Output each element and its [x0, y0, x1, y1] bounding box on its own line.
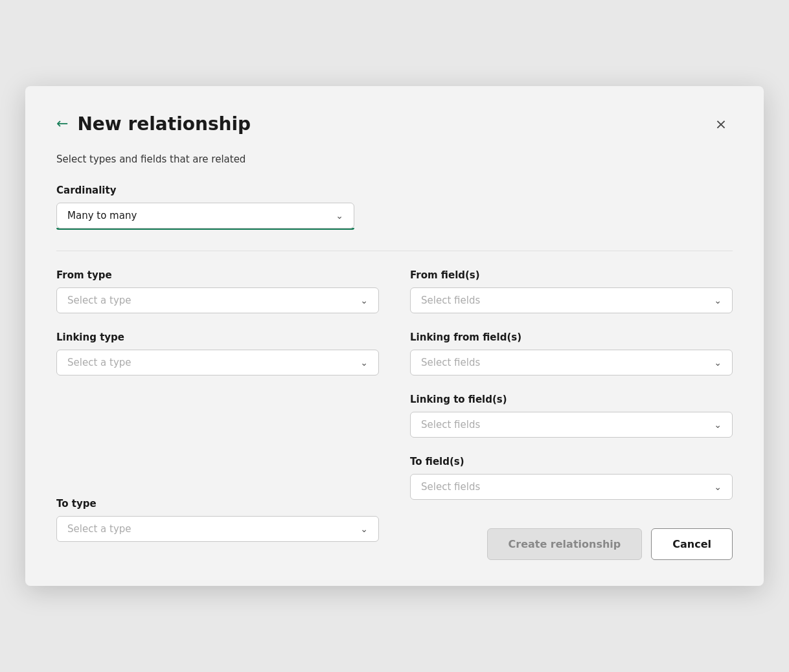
cardinality-value: Many to many	[67, 210, 137, 221]
linking-to-fields-group: Linking to field(s) Select fields ⌄	[410, 394, 733, 438]
linking-to-fields-placeholder: Select fields	[421, 419, 480, 431]
cancel-button[interactable]: Cancel	[651, 528, 733, 560]
cardinality-dropdown-wrap: Many to many ⌄	[56, 203, 354, 230]
to-type-dropdown[interactable]: Select a type ⌄	[56, 516, 379, 542]
to-fields-label: To field(s)	[410, 456, 733, 467]
linking-type-chevron-icon: ⌄	[360, 357, 368, 368]
back-button[interactable]: ←	[56, 117, 68, 131]
linking-from-fields-placeholder: Select fields	[421, 357, 480, 368]
close-button[interactable]: ×	[709, 112, 733, 135]
from-type-label: From type	[56, 269, 379, 281]
to-type-label: To type	[56, 498, 379, 510]
linking-from-fields-label: Linking from field(s)	[410, 331, 733, 343]
from-fields-group: From field(s) Select fields ⌄	[410, 269, 733, 313]
linking-to-fields-chevron-icon: ⌄	[714, 420, 722, 430]
title-group: ← New relationship	[56, 113, 251, 135]
cardinality-section: Cardinality Many to many ⌄	[56, 185, 733, 230]
linking-from-fields-group: Linking from field(s) Select fields ⌄	[410, 331, 733, 375]
linking-type-label: Linking type	[56, 331, 379, 343]
linking-to-fields-dropdown[interactable]: Select fields ⌄	[410, 412, 733, 438]
from-fields-chevron-icon: ⌄	[714, 295, 722, 306]
modal-container: ← New relationship × Select types and fi…	[25, 86, 764, 586]
modal-title: New relationship	[77, 113, 251, 135]
to-type-group: To type Select a type ⌄	[56, 498, 379, 542]
from-fields-placeholder: Select fields	[421, 295, 480, 306]
to-fields-placeholder: Select fields	[421, 481, 480, 493]
cardinality-dropdown[interactable]: Many to many ⌄	[56, 203, 354, 229]
to-type-chevron-icon: ⌄	[360, 524, 368, 534]
from-fields-dropdown[interactable]: Select fields ⌄	[410, 287, 733, 313]
cardinality-label: Cardinality	[56, 185, 733, 196]
linking-from-fields-dropdown[interactable]: Select fields ⌄	[410, 350, 733, 375]
create-relationship-button[interactable]: Create relationship	[487, 528, 643, 560]
modal-header: ← New relationship ×	[56, 112, 733, 135]
from-type-group: From type Select a type ⌄	[56, 269, 379, 313]
to-fields-dropdown[interactable]: Select fields ⌄	[410, 474, 733, 500]
from-type-chevron-icon: ⌄	[360, 295, 368, 306]
footer-actions: Create relationship Cancel	[410, 528, 733, 560]
to-fields-chevron-icon: ⌄	[714, 482, 722, 492]
linking-to-fields-label: Linking to field(s)	[410, 394, 733, 405]
fields-grid: From type Select a type ⌄ Linking type S…	[56, 269, 733, 560]
right-column: From field(s) Select fields ⌄ Linking fr…	[410, 269, 733, 560]
cardinality-chevron-icon: ⌄	[336, 210, 343, 221]
from-type-dropdown[interactable]: Select a type ⌄	[56, 287, 379, 313]
section-divider	[56, 251, 733, 251]
to-fields-group: To field(s) Select fields ⌄	[410, 456, 733, 500]
from-type-placeholder: Select a type	[67, 295, 132, 306]
from-fields-label: From field(s)	[410, 269, 733, 281]
left-column: From type Select a type ⌄ Linking type S…	[56, 269, 379, 560]
linking-type-placeholder: Select a type	[67, 357, 132, 368]
to-type-placeholder: Select a type	[67, 523, 132, 535]
linking-from-fields-chevron-icon: ⌄	[714, 357, 722, 368]
linking-type-group: Linking type Select a type ⌄	[56, 331, 379, 375]
modal-subtitle: Select types and fields that are related	[56, 153, 733, 165]
linking-type-dropdown[interactable]: Select a type ⌄	[56, 350, 379, 375]
